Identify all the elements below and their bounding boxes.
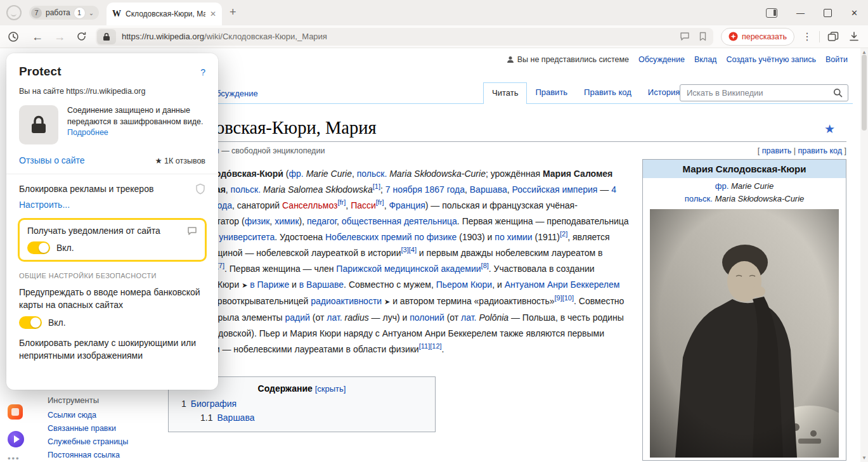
wiki-link[interactable]: польск. bbox=[357, 169, 387, 179]
wiki-link[interactable]: Варшава bbox=[470, 184, 507, 195]
lock-icon[interactable] bbox=[97, 29, 116, 44]
wiki-link[interactable]: педагог bbox=[307, 216, 337, 226]
wiki-link[interactable]: фр. bbox=[289, 169, 304, 179]
close-window-button[interactable]: ✕ bbox=[851, 8, 858, 18]
footnote-ref[interactable]: [11][12] bbox=[419, 342, 442, 350]
tab-group-active-badge: 1 bbox=[74, 8, 85, 18]
wiki-link[interactable]: 1867 года bbox=[425, 184, 465, 195]
browser-menu-icon[interactable] bbox=[6, 5, 22, 20]
personal-link-talk[interactable]: Обсуждение bbox=[638, 55, 685, 64]
footnote-ref[interactable]: [1] bbox=[373, 183, 380, 190]
sidebar-link-permalink[interactable]: Постоянная ссылка bbox=[48, 451, 128, 459]
edit-link[interactable]: править bbox=[762, 146, 792, 155]
site-reviews-link[interactable]: Отзывы о сайте bbox=[19, 155, 85, 165]
footnote-ref[interactable]: [3][4] bbox=[401, 246, 416, 253]
more-options-icon[interactable]: ⋮ bbox=[802, 32, 812, 42]
wiki-search-box[interactable] bbox=[680, 84, 848, 101]
tab-edit-source[interactable]: Править код bbox=[576, 82, 640, 104]
wiki-link[interactable]: 7 ноября bbox=[385, 184, 422, 195]
footnote-ref[interactable]: [fr] bbox=[338, 198, 346, 206]
text-segment: , bbox=[352, 169, 357, 179]
tab-group[interactable]: 7 работа 1 ⌄ bbox=[29, 6, 99, 20]
wiki-link[interactable]: Российская империя bbox=[512, 184, 598, 195]
personal-link-contribs[interactable]: Вклад bbox=[694, 55, 717, 64]
wiki-link[interactable]: физик bbox=[245, 216, 270, 226]
back-button[interactable]: ← bbox=[32, 31, 43, 42]
tab-edit[interactable]: Править bbox=[527, 82, 576, 104]
address-bar[interactable]: https://ru.wikipedia.org/wiki/Склодовска… bbox=[96, 28, 713, 46]
footnote-ref[interactable]: [2] bbox=[560, 230, 567, 238]
close-tab-icon[interactable]: ✕ bbox=[210, 10, 216, 18]
downloads-icon[interactable] bbox=[849, 31, 859, 42]
name-polish: Maria Skłodowska-Curie bbox=[715, 194, 804, 203]
search-input[interactable] bbox=[685, 87, 833, 98]
jump-arrow-icon: ➤ bbox=[242, 281, 247, 289]
wiki-link[interactable]: Парижской медицинской академии bbox=[336, 264, 481, 274]
toc-item[interactable]: 1.1Варшава bbox=[200, 413, 422, 423]
scrollbar[interactable]: ▲ ▼ bbox=[860, 48, 868, 462]
new-tab-button[interactable]: + bbox=[230, 6, 236, 19]
reload-button[interactable] bbox=[76, 31, 87, 42]
history-icon[interactable] bbox=[8, 31, 19, 42]
help-link[interactable]: ? bbox=[200, 67, 205, 77]
footnote-ref[interactable]: [fr] bbox=[376, 198, 384, 206]
footnote-ref[interactable]: [9][10] bbox=[554, 294, 574, 302]
personal-link-login[interactable]: Войти bbox=[826, 55, 848, 64]
wiki-link[interactable]: Антуаном Анри Беккерелем bbox=[505, 279, 620, 290]
red-link[interactable]: Пасси bbox=[351, 200, 376, 210]
active-tab[interactable]: W Склодовская-Кюри, Ма ✕ bbox=[107, 3, 222, 25]
wiki-link[interactable]: радиоактивности bbox=[311, 296, 382, 306]
wiki-link[interactable]: польск. bbox=[231, 184, 261, 195]
minimize-button[interactable]: — bbox=[796, 8, 805, 18]
red-link[interactable]: Санселльмоз bbox=[282, 200, 337, 210]
card-warning-label: Предупреждать о вводе номера банковской … bbox=[19, 286, 205, 311]
tab-strip: 7 работа 1 ⌄ W Склодовская-Кюри, Ма ✕ + … bbox=[0, 0, 868, 25]
chevron-down-icon: ⌄ bbox=[89, 10, 94, 16]
wiki-link[interactable]: Франция bbox=[389, 200, 425, 210]
wiki-link[interactable]: в Париже bbox=[250, 279, 289, 290]
footnote-ref[interactable]: [8] bbox=[481, 262, 489, 269]
wiki-link[interactable]: по химии bbox=[495, 232, 532, 242]
wiki-link[interactable]: лат. bbox=[461, 312, 476, 323]
wiki-link[interactable]: химик bbox=[275, 216, 299, 226]
edit-source-link[interactable]: править код bbox=[798, 146, 842, 155]
wiki-link[interactable]: Пьером Кюри bbox=[436, 279, 493, 290]
tab-read[interactable]: Читать bbox=[483, 82, 527, 104]
wiki-link[interactable]: лат. bbox=[327, 312, 342, 323]
tabs-panel-icon[interactable] bbox=[827, 32, 839, 42]
alice-assistant-icon[interactable] bbox=[8, 431, 24, 447]
text-segment: (от bbox=[444, 312, 461, 323]
wiki-link[interactable]: Нобелевских премий по физике bbox=[325, 232, 457, 242]
forward-button[interactable]: → bbox=[54, 31, 65, 42]
text-segment: (1911) bbox=[533, 232, 560, 242]
wiki-link[interactable]: общественная деятельница bbox=[342, 216, 457, 226]
toc-hide-link[interactable]: [скрыть] bbox=[315, 384, 346, 394]
toc-item[interactable]: 1Биография bbox=[181, 399, 422, 409]
side-panel-icon[interactable] bbox=[766, 8, 777, 18]
text-segment: , bbox=[465, 184, 470, 195]
scrollbar-thumb[interactable] bbox=[862, 55, 867, 131]
configure-link[interactable]: Настроить... bbox=[19, 200, 205, 210]
sidebar-link-related[interactable]: Связанные правки bbox=[48, 424, 128, 433]
scroll-down-icon[interactable]: ▼ bbox=[862, 455, 867, 461]
comment-bubble-icon[interactable] bbox=[680, 32, 690, 41]
personal-link-create-account[interactable]: Создать учётную запись bbox=[726, 55, 816, 64]
market-app-icon[interactable] bbox=[8, 404, 23, 420]
url-text[interactable]: https://ru.wikipedia.org/wiki/Склодовска… bbox=[122, 32, 327, 41]
star-icon[interactable]: ★ bbox=[824, 122, 835, 136]
sidebar-link-whatlinkshere[interactable]: Ссылки сюда bbox=[48, 411, 128, 420]
wiki-link[interactable]: в Варшаве bbox=[299, 279, 344, 290]
sidebar-link-special[interactable]: Служебные страницы bbox=[48, 437, 128, 446]
text-segment: ( bbox=[283, 169, 289, 179]
card-warning-toggle[interactable] bbox=[19, 316, 42, 329]
more-apps-icon[interactable]: ••• bbox=[8, 454, 20, 462]
wiki-link[interactable]: радий bbox=[285, 312, 310, 323]
lang-pl-link[interactable]: польск. bbox=[685, 194, 713, 203]
bookmark-flag-icon[interactable] bbox=[699, 32, 707, 41]
wiki-link[interactable]: полоний bbox=[410, 312, 444, 323]
notifications-toggle[interactable] bbox=[27, 241, 50, 254]
maximize-button[interactable] bbox=[824, 9, 832, 17]
details-link[interactable]: Подробнее bbox=[67, 128, 108, 137]
lang-fr-link[interactable]: фр. bbox=[715, 181, 729, 191]
summarize-button[interactable]: пересказать bbox=[721, 28, 794, 46]
